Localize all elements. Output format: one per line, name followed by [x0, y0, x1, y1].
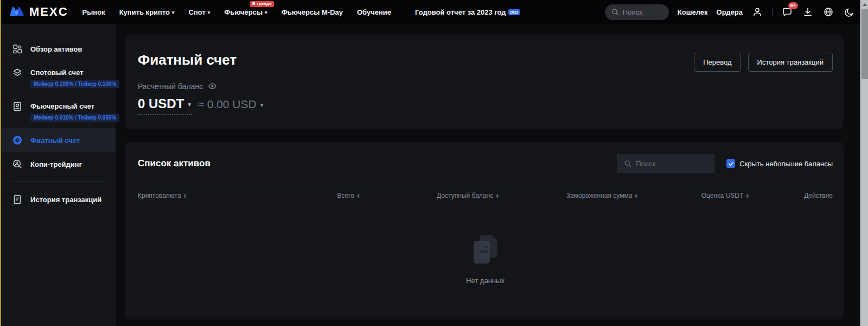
vertical-scrollbar[interactable] — [860, 0, 868, 326]
orders-link[interactable]: Ордера — [717, 8, 743, 16]
eye-icon[interactable] — [208, 82, 217, 91]
nav-item-market[interactable]: Рынок — [82, 8, 105, 16]
global-search[interactable] — [605, 4, 669, 20]
column-header-crypto[interactable]: Криптовалюта ▲▼ — [138, 192, 256, 199]
trending-badge: В тренде — [250, 1, 274, 7]
balance-approx-dropdown[interactable]: ≈ 0.00 USD ▼ — [197, 98, 264, 111]
nav-item-annual-report[interactable]: Годовой отчет за 2023 год 2023 — [415, 8, 520, 16]
balance-label-row: Расчетный баланс — [138, 82, 833, 91]
column-header-frozen[interactable]: Замороженная сумма ▲▼ — [499, 192, 638, 199]
moon-icon — [844, 7, 854, 17]
column-header-available[interactable]: Доступный баланс ▲▼ — [360, 192, 499, 199]
sort-icon: ▲▼ — [745, 193, 749, 198]
nav-item-buy-crypto[interactable]: Купить крипто▾ — [119, 8, 175, 16]
sort-icon: ▲▼ — [495, 193, 499, 198]
assets-search[interactable] — [617, 154, 714, 173]
sidebar-item-transaction-history[interactable]: История транзакций — [1, 187, 116, 211]
account-actions: Перевод История транзакций — [694, 53, 833, 72]
theme-toggle-button[interactable] — [843, 6, 855, 18]
sidebar-divider — [11, 181, 106, 182]
nav-item-spot[interactable]: Спот▾ — [189, 8, 210, 16]
sidebar-item-futures-account[interactable]: Фьючерсный счет Мейкер 0.010% / Тейкер 0… — [1, 95, 116, 128]
user-icon — [752, 7, 763, 17]
hide-small-balances-toggle[interactable]: Скрыть небольшие балансы — [726, 159, 833, 168]
copy-trading-icon — [12, 159, 23, 170]
fee-badge: Мейкер 0.010% / Тейкер 0.050% — [30, 114, 119, 122]
mexc-logo-icon — [9, 6, 25, 18]
sidebar-item-fiat-account[interactable]: Фиатный счет — [1, 128, 116, 152]
chevron-down-icon: ▾ — [172, 10, 175, 15]
nav-item-futures-mday[interactable]: Фьючерсы M-Day — [282, 8, 343, 16]
fiat-account-card: Фиатный счет Перевод История транзакций … — [125, 35, 844, 129]
nav-item-learn[interactable]: Обучение — [357, 8, 391, 16]
sort-icon: ▲▼ — [634, 193, 638, 198]
no-data-icon — [467, 232, 504, 268]
assets-header: Список активов Скрыть небольшие балансы — [138, 154, 833, 173]
chevron-down-icon: ▼ — [187, 102, 192, 108]
search-input[interactable] — [623, 8, 661, 16]
fee-badge: Мейкер 0.100% / Тейкер 0.100% — [30, 80, 119, 88]
column-header-usdt-value[interactable]: Оценка USDT ▲▼ — [638, 192, 749, 199]
notification-count-badge: 9+ — [788, 2, 798, 9]
wallet-link[interactable]: Кошелек — [678, 8, 708, 16]
main-content: Фиатный счет Перевод История транзакций … — [116, 24, 868, 326]
assets-title: Список активов — [138, 158, 210, 169]
top-navbar: MEXC Рынок Купить крипто▾ Спот▾ В тренде… — [1, 0, 868, 24]
search-icon — [611, 8, 619, 16]
scrollbar-up-arrow[interactable] — [861, 0, 868, 9]
globe-icon — [823, 7, 834, 17]
chevron-down-icon: ▾ — [265, 10, 267, 15]
sidebar-item-spot-account[interactable]: Спотовый счет Мейкер 0.100% / Тейкер 0.1… — [1, 61, 116, 95]
sort-icon: ▲▼ — [183, 193, 187, 198]
sidebar-item-copy-trading[interactable]: Копи-трейдинг — [1, 152, 116, 176]
assets-search-input[interactable] — [636, 160, 701, 168]
layers-icon — [12, 67, 23, 78]
column-header-total[interactable]: Всего ▲▼ — [256, 192, 360, 199]
futures-account-icon — [12, 101, 23, 112]
download-icon — [802, 7, 813, 17]
fiat-account-icon — [12, 135, 23, 146]
notifications-button[interactable]: 9+ — [781, 6, 793, 18]
chevron-down-icon: ▾ — [208, 10, 210, 15]
check-icon — [728, 161, 734, 167]
navbar-right-tools: Кошелек Ордера 9+ — [605, 4, 855, 20]
mexc-logo[interactable]: MEXC — [9, 5, 68, 19]
assets-table-header: Криптовалюта ▲▼ Всего ▲▼ Доступный балан… — [138, 185, 833, 207]
grid-icon — [12, 43, 23, 54]
mexc-wordmark: MEXC — [29, 5, 68, 19]
balance-label: Расчетный баланс — [138, 82, 203, 91]
navbar-divider — [772, 7, 773, 17]
sort-icon: ▲▼ — [356, 193, 360, 198]
download-app-button[interactable] — [802, 6, 814, 18]
chevron-down-icon: ▼ — [259, 102, 265, 108]
transfer-button[interactable]: Перевод — [694, 53, 741, 72]
assets-tools: Скрыть небольшие балансы — [617, 154, 833, 173]
empty-state: Нет данных — [138, 207, 833, 319]
search-icon — [624, 160, 631, 167]
account-sidebar: Обзор активов Спотовый счет Мейкер 0.100… — [1, 24, 116, 326]
sidebar-item-asset-overview[interactable]: Обзор активов — [1, 37, 116, 61]
balance-value-dropdown[interactable]: 0 USDT ▼ — [138, 96, 192, 115]
checkbox-checked-icon[interactable] — [726, 159, 735, 168]
column-header-action: Действие — [749, 192, 833, 199]
hide-small-balances-label: Скрыть небольшие балансы — [739, 160, 833, 168]
history-icon — [12, 194, 23, 205]
scrollbar-thumb[interactable] — [861, 9, 868, 79]
annual-report-2023-badge: 2023 — [508, 9, 520, 15]
transaction-history-button[interactable]: История транзакций — [748, 53, 833, 72]
balance-row: 0 USDT ▼ ≈ 0.00 USD ▼ — [138, 96, 833, 115]
assets-list-card: Список активов Скрыть небольшие балансы — [125, 142, 844, 319]
language-button[interactable] — [822, 6, 834, 18]
empty-state-text: Нет данных — [466, 277, 505, 285]
mexc-fiat-account-page: MEXC Рынок Купить крипто▾ Спот▾ В тренде… — [0, 0, 868, 326]
profile-button[interactable] — [751, 6, 763, 18]
primary-nav: Рынок Купить крипто▾ Спот▾ В тренде Фьюч… — [82, 8, 520, 16]
nav-item-futures[interactable]: В тренде Фьючерсы▾ — [224, 8, 267, 16]
